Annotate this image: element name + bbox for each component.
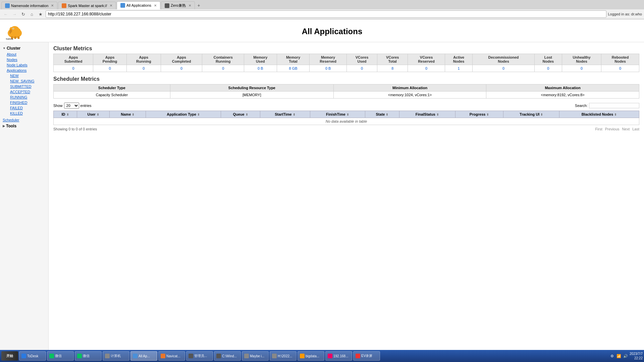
tab-spark[interactable]: Spark Master at spark:// ✕ bbox=[58, 2, 116, 9]
col-queue[interactable]: Queue ⇕ bbox=[221, 111, 260, 118]
tab-close-spark[interactable]: ✕ bbox=[110, 4, 112, 7]
sidebar-item-accepted[interactable]: ACCEPTED bbox=[0, 89, 48, 95]
tab-namenode[interactable]: Namenode information ✕ bbox=[1, 2, 57, 9]
forward-button[interactable]: → bbox=[11, 10, 18, 18]
tab-close-zero[interactable]: ✕ bbox=[189, 4, 191, 7]
val-scheduling-resource-type: [MEMORY] bbox=[170, 92, 333, 99]
sidebar-item-submitted[interactable]: SUBMITTED bbox=[0, 84, 48, 89]
tab-zero[interactable]: Zero兼熟 ✕ bbox=[161, 1, 195, 9]
val-lost-nodes[interactable]: 0 bbox=[534, 65, 562, 72]
taskbar-label-maybe: Maybe i... bbox=[250, 354, 264, 358]
hadoop-logo[interactable]: hadoop bbox=[5, 22, 25, 41]
taskbar-item-allapps[interactable]: All Ap... bbox=[130, 351, 157, 361]
tray-clock[interactable]: 2023/7/722:22 bbox=[630, 352, 643, 360]
taskbar-icon-todesk bbox=[21, 354, 26, 358]
sidebar-item-running[interactable]: RUNNING bbox=[0, 95, 48, 100]
pagination-first[interactable]: First bbox=[595, 127, 602, 131]
taskbar-item-wind[interactable]: C:\Wind... bbox=[214, 351, 241, 361]
pagination-next[interactable]: Next bbox=[622, 127, 630, 131]
col-containers-running: ContainersRunning bbox=[202, 54, 244, 65]
col-finalstatus[interactable]: FinalStatus ⇕ bbox=[399, 111, 455, 118]
taskbar-item-maybe[interactable]: Maybe i... bbox=[242, 351, 269, 361]
sidebar-item-new-saving[interactable]: NEW_SAVING bbox=[0, 78, 48, 84]
val-memory-used: 0 B bbox=[244, 65, 277, 72]
sidebar-item-nodes[interactable]: Nodes bbox=[0, 57, 48, 62]
pagination-previous[interactable]: Previous bbox=[605, 127, 620, 131]
taskbar-label-h2022: H:\2022... bbox=[278, 354, 292, 358]
taskbar-item-wechat2[interactable]: 微信 bbox=[75, 351, 102, 361]
sort-blacklist-icon: ⇕ bbox=[614, 113, 617, 116]
val-decommissioned-nodes[interactable]: 0 bbox=[473, 65, 534, 72]
col-starttime[interactable]: StartTime ⇕ bbox=[260, 111, 310, 118]
val-apps-completed[interactable]: 0 bbox=[161, 65, 202, 72]
col-lost-nodes: LostNodes bbox=[534, 54, 562, 65]
cluster-section-header[interactable]: ▼ Cluster bbox=[0, 45, 48, 52]
cluster-label: Cluster bbox=[7, 46, 20, 51]
col-application-type[interactable]: Application Type ⇕ bbox=[146, 111, 221, 118]
val-unhealthy-nodes[interactable]: 0 bbox=[562, 65, 601, 72]
val-vcores-total: 8 bbox=[377, 65, 408, 72]
tray-volume-icon[interactable]: 🔊 bbox=[623, 353, 628, 359]
taskbar-label-ip: 192.168... bbox=[333, 354, 348, 358]
pagination-last[interactable]: Last bbox=[632, 127, 639, 131]
address-bar[interactable] bbox=[46, 10, 606, 18]
home-button[interactable]: ⌂ bbox=[28, 10, 36, 18]
taskbar-icon-navicat bbox=[161, 354, 165, 358]
sidebar-item-applications[interactable]: Applications bbox=[0, 68, 48, 73]
sidebar-item-killed[interactable]: KILLED bbox=[0, 111, 48, 116]
val-rebooted-nodes[interactable]: 0 bbox=[601, 65, 639, 72]
col-id[interactable]: ID ⇕ bbox=[54, 111, 77, 118]
taskbar-item-ip[interactable]: 192.168... bbox=[325, 351, 352, 361]
sidebar-item-scheduler[interactable]: Scheduler bbox=[0, 117, 48, 123]
search-input[interactable] bbox=[589, 103, 639, 108]
sort-user-icon: ⇕ bbox=[97, 113, 99, 116]
start-button[interactable]: 开始 bbox=[1, 351, 18, 361]
taskbar-label-wechat2: 微信 bbox=[83, 354, 90, 358]
new-tab-button[interactable]: + bbox=[196, 2, 202, 9]
col-name[interactable]: Name ⇕ bbox=[110, 111, 146, 118]
tools-arrow-icon: ▶ bbox=[3, 124, 5, 128]
val-active-nodes[interactable]: 1 bbox=[445, 65, 472, 72]
svg-rect-8 bbox=[14, 37, 16, 39]
sidebar-item-new[interactable]: NEW bbox=[0, 73, 48, 78]
val-apps-pending[interactable]: 0 bbox=[93, 65, 127, 72]
col-state[interactable]: State ⇕ bbox=[365, 111, 399, 118]
col-finishtime[interactable]: FinishTime ⇕ bbox=[310, 111, 365, 118]
tray-settings-icon[interactable]: ⚙ bbox=[609, 353, 615, 359]
col-user[interactable]: User ⇕ bbox=[77, 111, 110, 118]
taskbar-icon-computer bbox=[105, 354, 110, 358]
col-progress[interactable]: Progress ⇕ bbox=[455, 111, 503, 118]
col-tracking-ui[interactable]: Tracking UI ⇕ bbox=[503, 111, 559, 118]
reload-button[interactable]: ↻ bbox=[19, 10, 27, 18]
taskbar-item-todesk[interactable]: ToDesk bbox=[19, 351, 46, 361]
val-apps-submitted[interactable]: 0 bbox=[54, 65, 93, 72]
tray-network-icon[interactable]: 📶 bbox=[616, 353, 622, 359]
val-vcores-reserved: 0 bbox=[408, 65, 445, 72]
taskbar-icon-maybe bbox=[244, 354, 249, 358]
sidebar-item-about[interactable]: About bbox=[0, 52, 48, 57]
taskbar-item-admin[interactable]: 管理员... bbox=[186, 351, 213, 361]
bookmark-button[interactable]: ★ bbox=[37, 10, 44, 18]
taskbar-item-h2022[interactable]: H:\2022... bbox=[270, 351, 297, 361]
cluster-arrow-icon: ▼ bbox=[3, 47, 6, 50]
tab-allapps[interactable]: All Applications ✕ bbox=[117, 1, 160, 9]
tab-favicon-spark bbox=[62, 3, 66, 8]
entries-select[interactable]: 20 50 100 bbox=[64, 103, 79, 109]
taskbar-item-computer[interactable]: 计算机 bbox=[103, 351, 129, 361]
tools-section-header[interactable]: ▶ Tools bbox=[0, 123, 48, 129]
sidebar-item-node-labels[interactable]: Node Labels bbox=[0, 62, 48, 68]
sidebar-item-finished[interactable]: FINISHED bbox=[0, 100, 48, 105]
taskbar-label-evlupeng: EV录屏 bbox=[361, 354, 372, 358]
tab-close-allapps[interactable]: ✕ bbox=[154, 4, 157, 7]
taskbar: 开始 ToDesk 微信 微信 计算机 All Ap... Navicat...… bbox=[0, 350, 644, 362]
taskbar-item-wechat1[interactable]: 微信 bbox=[47, 351, 74, 361]
taskbar-item-navicat[interactable]: Navicat... bbox=[158, 351, 185, 361]
col-blacklisted-nodes[interactable]: Blacklisted Nodes ⇕ bbox=[559, 111, 639, 118]
taskbar-item-bigdata[interactable]: bigdata... bbox=[298, 351, 324, 361]
tab-close-namenode[interactable]: ✕ bbox=[51, 4, 54, 7]
taskbar-item-evlupeng[interactable]: EV录屏 bbox=[353, 351, 380, 361]
back-button[interactable]: ← bbox=[2, 10, 9, 18]
scheduler-metrics-title: Scheduler Metrics bbox=[53, 76, 639, 82]
val-apps-running[interactable]: 0 bbox=[126, 65, 161, 72]
sidebar-item-failed[interactable]: FAILED bbox=[0, 105, 48, 111]
